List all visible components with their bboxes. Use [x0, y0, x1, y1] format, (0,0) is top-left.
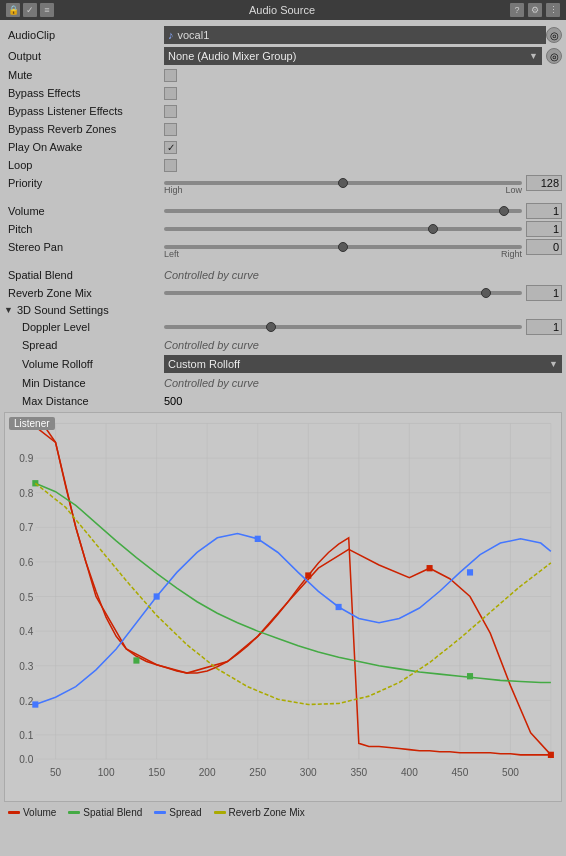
settings-icon[interactable]: ⚙	[528, 3, 542, 17]
legend-spatial-blend: Spatial Blend	[68, 807, 142, 818]
legend-reverb-label: Reverb Zone Mix	[229, 807, 305, 818]
mute-label: Mute	[4, 69, 164, 81]
volume-rolloff-dropdown[interactable]: Custom Rolloff ▼	[164, 355, 562, 373]
pitch-value[interactable]: 1	[526, 221, 562, 237]
bypass-effects-label: Bypass Effects	[4, 87, 164, 99]
title-bar-right-icons: ? ⚙ ⋮	[510, 3, 560, 17]
reverb-mix-slider-container	[164, 285, 522, 301]
priority-value[interactable]: 128	[526, 175, 562, 191]
legend-volume-label: Volume	[23, 807, 56, 818]
legend-spatial-blend-color	[68, 811, 80, 814]
loop-control	[164, 159, 562, 172]
reverb-mix-slider-thumb[interactable]	[481, 288, 491, 298]
stereo-pan-slider-track[interactable]	[164, 245, 522, 249]
bypass-effects-checkbox[interactable]	[164, 87, 177, 100]
volume-rolloff-label: Volume Rolloff	[4, 358, 164, 370]
stereo-pan-slider-thumb[interactable]	[338, 242, 348, 252]
volume-value[interactable]: 1	[526, 203, 562, 219]
play-on-awake-control	[164, 141, 562, 154]
priority-slider-thumb[interactable]	[338, 178, 348, 188]
check-icon[interactable]: ✓	[23, 3, 37, 17]
bypass-reverb-label: Bypass Reverb Zones	[4, 123, 164, 135]
output-row: Output None (Audio Mixer Group) ▼ ◎	[0, 46, 566, 66]
output-circle-btn[interactable]: ◎	[546, 48, 562, 64]
svg-rect-45	[427, 565, 433, 571]
play-on-awake-label: Play On Awake	[4, 141, 164, 153]
bars-icon[interactable]: ≡	[40, 3, 54, 17]
svg-text:350: 350	[350, 767, 367, 778]
pitch-label: Pitch	[4, 223, 164, 235]
rolloff-chart: Listener	[4, 412, 562, 802]
pitch-control: 1	[164, 221, 562, 237]
reverb-mix-row: Reverb Zone Mix 1	[0, 284, 566, 302]
spread-value: Controlled by curve	[164, 339, 259, 351]
sound-settings-label: 3D Sound Settings	[17, 304, 109, 316]
doppler-row: Doppler Level 1	[0, 318, 566, 336]
volume-slider-track[interactable]	[164, 209, 522, 213]
volume-row: Volume 1	[0, 202, 566, 220]
min-distance-value: Controlled by curve	[164, 377, 259, 389]
stereo-pan-value[interactable]: 0	[526, 239, 562, 255]
doppler-value[interactable]: 1	[526, 319, 562, 335]
svg-text:0.4: 0.4	[19, 626, 33, 637]
svg-text:0.5: 0.5	[19, 592, 33, 603]
output-dropdown[interactable]: None (Audio Mixer Group) ▼	[164, 47, 542, 65]
audio-source-panel: AudioClip ♪ vocal1 ◎ Output None (Audio …	[0, 20, 566, 825]
volume-slider-thumb[interactable]	[499, 206, 509, 216]
mute-row: Mute	[0, 66, 566, 84]
bypass-reverb-checkbox[interactable]	[164, 123, 177, 136]
chart-legend: Volume Spatial Blend Spread Reverb Zone …	[0, 804, 566, 821]
svg-rect-54	[467, 569, 473, 575]
volume-label: Volume	[4, 205, 164, 217]
volume-control: 1	[164, 203, 562, 219]
loop-checkbox[interactable]	[164, 159, 177, 172]
svg-text:300: 300	[300, 767, 317, 778]
pitch-slider-track[interactable]	[164, 227, 522, 231]
priority-slider-container: High Low	[164, 175, 522, 191]
pitch-row: Pitch 1	[0, 220, 566, 238]
svg-rect-49	[467, 673, 473, 679]
priority-label: Priority	[4, 177, 164, 189]
output-label: Output	[4, 50, 164, 62]
priority-low-label: Low	[505, 185, 522, 195]
audioclip-field[interactable]: ♪ vocal1	[164, 26, 546, 44]
play-on-awake-checkbox[interactable]	[164, 141, 177, 154]
bypass-reverb-row: Bypass Reverb Zones	[0, 120, 566, 138]
chart-listener-label: Listener	[9, 417, 55, 430]
output-dropdown-arrow: ▼	[529, 51, 538, 61]
help-icon[interactable]: ?	[510, 3, 524, 17]
pitch-slider-thumb[interactable]	[428, 224, 438, 234]
svg-text:0.2: 0.2	[19, 695, 33, 706]
svg-text:0.9: 0.9	[19, 453, 33, 464]
doppler-slider-thumb[interactable]	[266, 322, 276, 332]
doppler-slider-track[interactable]	[164, 325, 522, 329]
priority-control: High Low 128	[164, 175, 562, 191]
stereo-pan-row: Stereo Pan Left Right 0	[0, 238, 566, 256]
music-icon: ♪	[168, 29, 174, 41]
svg-text:250: 250	[249, 767, 266, 778]
mute-control	[164, 69, 562, 82]
priority-slider-track[interactable]	[164, 181, 522, 185]
spread-control: Controlled by curve	[164, 339, 562, 351]
audioclip-circle-btn[interactable]: ◎	[546, 27, 562, 43]
title-bar-title: Audio Source	[58, 4, 506, 16]
lock-icon[interactable]: 🔒	[6, 3, 20, 17]
svg-text:200: 200	[199, 767, 216, 778]
loop-row: Loop	[0, 156, 566, 174]
audioclip-row: AudioClip ♪ vocal1 ◎	[0, 24, 566, 46]
stereo-pan-right-label: Right	[501, 249, 522, 259]
stereo-pan-label: Stereo Pan	[4, 241, 164, 253]
svg-text:100: 100	[98, 767, 115, 778]
svg-text:0.6: 0.6	[19, 557, 33, 568]
title-bar-left-icons: 🔒 ✓ ≡	[6, 3, 54, 17]
reverb-mix-value[interactable]: 1	[526, 285, 562, 301]
reverb-mix-slider-track[interactable]	[164, 291, 522, 295]
svg-text:0.1: 0.1	[19, 730, 33, 741]
more-icon[interactable]: ⋮	[546, 3, 560, 17]
svg-text:500: 500	[502, 767, 519, 778]
volume-slider-container	[164, 203, 522, 219]
sound-settings-header[interactable]: ▼ 3D Sound Settings	[0, 302, 566, 318]
mute-checkbox[interactable]	[164, 69, 177, 82]
legend-volume-color	[8, 811, 20, 814]
bypass-listener-checkbox[interactable]	[164, 105, 177, 118]
